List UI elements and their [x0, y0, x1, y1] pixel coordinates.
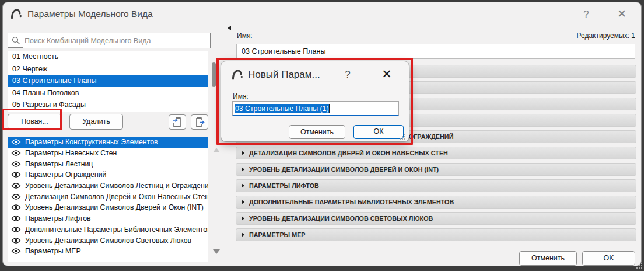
combination-name-input[interactable] [236, 44, 635, 59]
name-label: Имя: [237, 32, 253, 40]
eye-icon [11, 226, 21, 233]
eye-icon [11, 248, 21, 255]
options-list: Параметры Конструктивных ЭлементовПараме… [8, 137, 208, 262]
close-button[interactable]: ✕ [379, 66, 395, 82]
section-header[interactable]: ПАРАМЕТРЫ ЛИФТОВ [236, 179, 636, 192]
list-item[interactable]: Параметры Лифтов [8, 213, 208, 224]
search-icon [12, 36, 20, 45]
list-item[interactable]: Уровень Детализации Символов Лестниц и О… [8, 180, 208, 192]
chevron-right-icon [242, 151, 244, 155]
export-icon [194, 117, 205, 127]
archicad-logo-icon [10, 8, 23, 20]
close-button[interactable]: ✕ [614, 6, 629, 22]
section-header[interactable]: УРОВЕНЬ ДЕТАЛИЗАЦИИ СИМВОЛОВ ДВЕРЕЙ И ОК… [236, 163, 636, 176]
option-label: Параметры Ограждений [25, 171, 106, 179]
list-item[interactable]: 05 Разрезы и Фасады [8, 99, 208, 111]
combination-list: 01 Местность02 Чертеж03 Строительные Пла… [8, 51, 208, 112]
list-item[interactable]: 03 Строительные Планы [8, 75, 208, 87]
cancel-button[interactable]: Отменить [519, 251, 577, 266]
list-item[interactable]: Уровень Детализации Символов Световых Лю… [8, 235, 208, 246]
option-label: Параметры Лифтов [25, 214, 91, 223]
new-button[interactable]: Новая... [8, 114, 62, 130]
section-label: УРОВЕНЬ ДЕТАЛИЗАЦИИ СИМВОЛОВ СВЕТОВЫХ ЛЮ… [249, 215, 433, 222]
option-label: Параметры Конструктивных Элементов [25, 138, 158, 146]
scroll-up-arrow[interactable] [213, 148, 220, 152]
import-icon [172, 117, 183, 127]
option-label: Уровень Детализации Символов Световых Лю… [25, 237, 191, 245]
eye-icon [11, 204, 21, 211]
dialog-title: Параметры Модельного Вида [27, 9, 153, 19]
delete-button[interactable]: Удалить [69, 114, 123, 130]
option-label: Параметры Лестниц [25, 160, 93, 168]
archicad-logo-icon [231, 68, 244, 81]
eye-icon [11, 237, 21, 244]
search-box [8, 33, 211, 48]
section-label: УРОВЕНЬ ДЕТАЛИЗАЦИИ СИМВОЛОВ ДВЕРЕЙ И ОК… [249, 166, 439, 173]
eye-icon [11, 150, 21, 157]
chevron-right-icon [242, 167, 244, 172]
eye-icon [11, 182, 21, 189]
section-header[interactable]: ПАРАМЕТРЫ MEP [236, 228, 636, 241]
list-item[interactable]: Детализация Символов Дверей и Окон Навес… [8, 191, 208, 202]
screenshot-stage: Параметры Модельного Вида ? ✕ 01 Местнос… [0, 0, 644, 271]
scroll-down-arrow[interactable] [213, 249, 220, 254]
list-item[interactable]: Параметры Ограждений [8, 169, 208, 180]
resize-grip[interactable] [400, 134, 407, 141]
option-label: Дополнительные Параметры Библиотечных Эл… [25, 225, 208, 234]
chevron-right-icon [242, 183, 244, 188]
export-button[interactable] [191, 114, 208, 130]
section-label: ПАРАМЕТРЫ ЛИФТОВ [249, 182, 319, 189]
eye-icon [11, 138, 21, 145]
selected-text: 03 Строительные Планы (1) [235, 104, 330, 113]
option-label: Детализация Символов Дверей и Окон Навес… [25, 193, 208, 201]
chevron-right-icon [242, 216, 244, 221]
eye-icon [11, 171, 21, 178]
section-header[interactable]: ДОПОЛНИТЕЛЬНЫЕ ПАРАМЕТРЫ БИБЛИОТЕЧНЫХ ЭЛ… [236, 196, 636, 209]
collapse-panel-arrow[interactable] [228, 26, 231, 30]
new-name-input[interactable]: 03 Строительные Планы (1) [232, 101, 399, 116]
dialog-title: Новый Парам... [248, 69, 320, 81]
list-item[interactable]: 04 Планы Потолков [8, 87, 208, 99]
option-label: Уровень Детализации Символов Дверей и Ок… [25, 203, 204, 211]
new-combination-dialog: Новый Парам... ? ✕ Имя: 03 Строительные … [220, 61, 410, 142]
editable-count: Редактируемых: 1 [577, 32, 635, 40]
section-header[interactable]: ДЕТАЛИЗАЦИЯ СИМВОЛОВ ДВЕРЕЙ И ОКОН НАВЕС… [236, 147, 636, 159]
list-item[interactable]: Параметры Лестниц [8, 158, 208, 169]
section-label: ДЕТАЛИЗАЦИЯ СИМВОЛОВ ДВЕРЕЙ И ОКОН НАВЕС… [249, 150, 448, 157]
eye-icon [11, 215, 21, 222]
eye-icon [11, 193, 21, 200]
ok-button[interactable]: ОК [354, 125, 404, 139]
chevron-right-icon [242, 200, 244, 204]
divider [236, 244, 639, 244]
name-label: Имя: [233, 92, 249, 100]
ok-button[interactable]: OK [582, 251, 635, 266]
section-label: ПАРАМЕТРЫ MEP [249, 231, 306, 238]
list-item[interactable]: Уровень Детализации Символов Дверей и Ок… [8, 202, 208, 213]
list-item[interactable]: 01 Местность [8, 51, 208, 63]
list-item[interactable]: Параметры MEP [8, 246, 208, 257]
list-item[interactable]: Параметры Конструктивных Элементов [8, 137, 208, 148]
scrollbar-thumb[interactable] [212, 62, 216, 87]
option-label: Параметры Навесных Стен [25, 149, 117, 157]
list-item[interactable]: Дополнительные Параметры Библиотечных Эл… [8, 224, 208, 235]
resize-grip[interactable] [636, 263, 643, 270]
search-input[interactable] [23, 34, 210, 48]
list-item[interactable]: 02 Чертеж [8, 63, 208, 75]
option-label: Уровень Детализации Символов Лестниц и О… [25, 182, 208, 190]
help-button[interactable]: ? [341, 68, 355, 82]
chevron-right-icon [242, 232, 244, 237]
divider [8, 134, 208, 134]
section-label: ДОПОЛНИТЕЛЬНЫЕ ПАРАМЕТРЫ БИБЛИОТЕЧНЫХ ЭЛ… [249, 199, 454, 206]
help-button[interactable]: ? [579, 8, 593, 22]
list-item[interactable]: Параметры Навесных Стен [8, 148, 208, 159]
section-header[interactable]: УРОВЕНЬ ДЕТАЛИЗАЦИИ СИМВОЛОВ СВЕТОВЫХ ЛЮ… [236, 212, 636, 225]
cancel-button[interactable]: Отменить [289, 125, 345, 139]
import-button[interactable] [169, 114, 186, 130]
eye-icon [11, 161, 21, 168]
option-label: Параметры MEP [25, 247, 81, 255]
